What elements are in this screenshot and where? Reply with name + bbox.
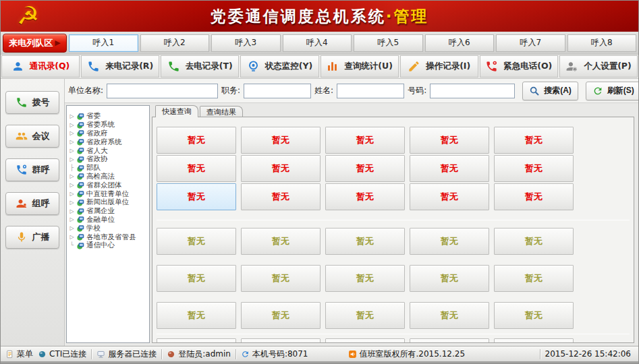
contact-cell[interactable]: 暂无 (410, 183, 489, 210)
contact-cell[interactable] (325, 338, 405, 343)
tree-item[interactable]: ▷省委系统 (69, 121, 149, 129)
tree-item[interactable]: ▷各地市及省管县 (69, 233, 149, 241)
expand-arrow-icon[interactable]: ▷ (69, 191, 75, 197)
queue-tab-5[interactable]: 呼入5 (354, 34, 423, 52)
status-monitor-button[interactable]: 状态监控(Y) (240, 55, 318, 78)
contact-cell[interactable]: 暂无 (494, 183, 574, 210)
stats-button[interactable]: 查询统计(U) (321, 55, 399, 78)
contact-cell[interactable] (241, 338, 321, 343)
contact-cell[interactable]: 暂无 (325, 183, 405, 210)
expand-arrow-icon[interactable]: ▷ (69, 122, 75, 128)
tree-item[interactable]: ▷金融单位 (69, 216, 149, 224)
expand-arrow-icon[interactable]: ▷ (69, 148, 75, 154)
queue-tab-6[interactable]: 呼入6 (425, 34, 495, 52)
expand-arrow-icon[interactable]: ▷ (69, 113, 75, 119)
contact-cell[interactable] (157, 338, 236, 343)
contact-cell[interactable]: 暂无 (241, 155, 321, 182)
contact-cell[interactable]: 暂无 (494, 265, 574, 292)
contact-cell[interactable]: 暂无 (494, 228, 574, 255)
operation-log-button[interactable]: 操作记录(I) (400, 55, 478, 78)
incoming-call-button[interactable]: 来电记录(R) (81, 55, 159, 78)
contact-cell[interactable]: 暂无 (241, 265, 321, 292)
expand-arrow-icon[interactable]: ▷ (69, 200, 75, 206)
contact-cell[interactable]: 暂无 (325, 302, 405, 329)
dial-button[interactable]: 拨号 (5, 91, 59, 114)
org-node-icon (77, 199, 84, 206)
expand-arrow-icon[interactable]: ▷ (69, 216, 75, 222)
expand-arrow-icon[interactable]: ▷ (69, 173, 75, 179)
personal-settings-icon (565, 60, 578, 73)
contacts-button[interactable]: 通讯录(Q) (1, 55, 80, 78)
queue-tab-2[interactable]: 呼入2 (140, 34, 210, 52)
main-toolbar: 通讯录(Q)来电记录(R)去电记录(T)状态监控(Y)查询统计(U)操作记录(I… (1, 55, 638, 79)
expand-arrow-icon[interactable]: ▷ (69, 225, 75, 231)
contact-cell[interactable] (410, 338, 489, 343)
tab-quick-query[interactable]: 快速查询 (155, 105, 198, 117)
expand-arrow-icon[interactable]: ▷ (69, 208, 75, 214)
contact-cell[interactable] (494, 338, 574, 343)
contact-cell[interactable]: 暂无 (241, 302, 321, 329)
tree-item[interactable]: ▷学校 (69, 224, 149, 233)
contact-cell[interactable]: 暂无 (157, 127, 236, 154)
team-call-button[interactable]: 组呼 (5, 192, 59, 215)
expand-arrow-icon[interactable]: ▷ (69, 156, 75, 162)
contact-cell[interactable]: 暂无 (494, 127, 574, 154)
queue-tab-4[interactable]: 呼入4 (283, 34, 352, 52)
call-queue-label[interactable]: 来电列队区 ▶ (3, 34, 67, 53)
contact-cell[interactable]: 暂无 (410, 302, 489, 329)
contact-cell[interactable]: 暂无 (494, 302, 574, 329)
tree-item[interactable]: ├部队 (69, 164, 149, 173)
tree-item[interactable]: ▷省委 (69, 112, 149, 121)
outgoing-call-button[interactable]: 去电记录(T) (161, 55, 239, 78)
contact-cell[interactable]: 暂无 (325, 228, 405, 255)
tree-item[interactable]: ▷新闻出版单位 (69, 198, 149, 207)
queue-tab-8[interactable]: 呼入8 (567, 34, 637, 52)
contact-cell[interactable]: 暂无 (410, 155, 489, 182)
contact-cell[interactable]: 暂无 (241, 183, 321, 210)
unit-name-input[interactable] (107, 84, 218, 98)
contact-cell[interactable]: 暂无 (325, 127, 405, 154)
contact-cell[interactable]: 暂无 (325, 155, 405, 182)
expand-arrow-icon[interactable]: ▷ (69, 182, 75, 188)
search-button[interactable]: 搜索(A) (522, 82, 578, 100)
expand-arrow-icon[interactable]: ▷ (69, 139, 75, 145)
tree-item[interactable]: ▷省政协 (69, 155, 149, 164)
contact-cell[interactable]: 暂无 (410, 228, 489, 255)
contact-cell[interactable]: 暂无 (410, 127, 489, 154)
broadcast-button[interactable]: 广播 (5, 226, 59, 249)
queue-tab-1[interactable]: 呼入1 (69, 34, 138, 52)
tree-item[interactable]: └通信中心 (69, 241, 149, 250)
tree-item[interactable]: ▷省人大 (69, 146, 149, 155)
conference-button[interactable]: 会议 (5, 125, 59, 148)
contact-cell[interactable]: 暂无 (157, 183, 236, 210)
person-name-input[interactable] (337, 84, 404, 98)
tab-query-result[interactable]: 查询结果 (200, 106, 243, 117)
contact-cell[interactable]: 暂无 (241, 127, 321, 154)
number-input[interactable] (430, 84, 515, 98)
expand-arrow-icon[interactable]: ▷ (69, 130, 75, 136)
status-menu[interactable]: 菜单 (5, 348, 33, 360)
org-node-icon (77, 173, 84, 180)
expand-arrow-icon[interactable]: ▷ (69, 234, 75, 240)
duty-input[interactable] (244, 84, 311, 98)
contact-cell[interactable]: 暂无 (410, 265, 489, 292)
personal-settings-button[interactable]: 个人设置(P) (559, 55, 638, 78)
queue-tab-3[interactable]: 呼入3 (211, 34, 281, 52)
tree-item[interactable]: ▷省政府系统 (69, 138, 149, 146)
contact-cell[interactable]: 暂无 (325, 265, 405, 292)
tree-item[interactable]: ▷省政府 (69, 129, 149, 138)
tree-item[interactable]: ▷高检高法 (69, 173, 149, 181)
tree-item[interactable]: ▷中直驻青单位 (69, 189, 149, 198)
group-call-button[interactable]: 群呼 (5, 158, 59, 181)
contact-cell[interactable]: 暂无 (241, 228, 321, 255)
contact-cell[interactable]: 暂无 (157, 265, 236, 292)
contact-cell[interactable]: 暂无 (157, 155, 236, 182)
tree-item[interactable]: ▷省属企业 (69, 207, 149, 216)
tree-item[interactable]: ▷省群众团体 (69, 181, 149, 189)
refresh-button[interactable]: 刷新(S) (586, 82, 639, 100)
emergency-phone-button[interactable]: 紧急电话(O) (480, 55, 558, 78)
contact-cell[interactable]: 暂无 (494, 155, 574, 182)
contact-cell[interactable]: 暂无 (157, 302, 236, 329)
contact-cell[interactable]: 暂无 (157, 228, 236, 255)
queue-tab-7[interactable]: 呼入7 (496, 34, 565, 52)
